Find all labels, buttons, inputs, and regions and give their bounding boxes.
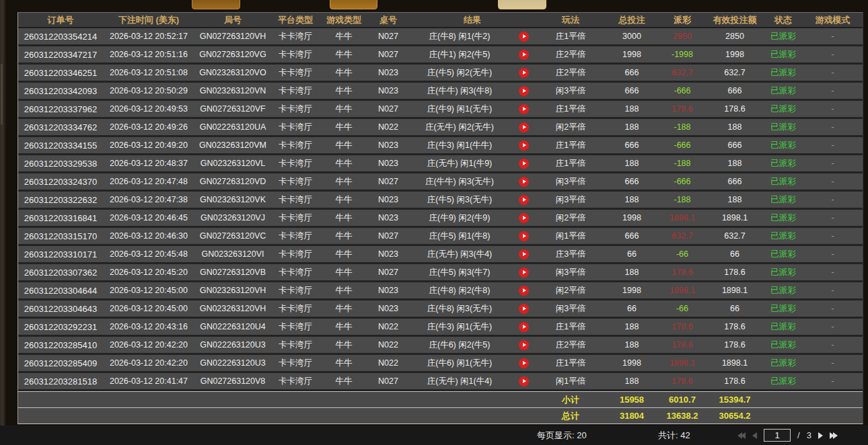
play-video-icon[interactable] [519,358,529,368]
cell: 66 [706,304,764,313]
play-video-icon[interactable] [519,159,529,169]
play-video-icon[interactable] [519,68,529,78]
cell: 已派彩 [764,285,803,296]
cell: - [803,140,863,150]
cell: N023 [368,159,408,168]
cell: N023 [368,249,408,259]
play-video-icon[interactable] [519,195,529,205]
column-header: 游戏类型 [320,14,368,26]
cell: 牛牛 [320,249,368,260]
cell: 632.7 [706,231,764,241]
play-video-icon[interactable] [519,140,529,151]
cell: GN027263120VB [194,268,271,277]
cell: 666 [605,231,659,241]
next-page-icon[interactable] [818,432,823,439]
cell: 2026-03-12 20:49:26 [103,122,194,132]
cell: 1998 [605,50,659,59]
cell: 牛牛 [320,194,368,206]
play-video-icon[interactable] [519,376,529,387]
top-tab-partial-3[interactable] [498,0,546,9]
cell: 2850 [659,32,706,41]
cell: 牛牛 [320,339,368,351]
play-video-icon[interactable] [519,32,529,42]
play-video-icon[interactable] [519,122,529,132]
cell: 庄3平倍 [536,249,605,260]
cell: 178.6 [659,104,706,114]
play-video-icon[interactable] [519,286,529,296]
cell: N022 [368,122,408,132]
cell: 牛牛 [320,176,368,188]
cell: 188 [605,195,659,204]
table-row: 2603122033542142026-03-12 20:52:17GN0272… [18,28,863,44]
play-video-icon[interactable] [519,340,529,350]
table-row: 2603122033420932026-03-12 20:50:29GN0232… [18,83,863,99]
cell: 庄(牛牛) 闲3(牛8) [408,85,511,97]
cell: 632.7 [659,68,706,77]
cell: 188 [605,268,659,277]
first-page-icon[interactable] [737,432,746,439]
cell: 260312203316841 [18,213,103,223]
cell: 牛牛 [320,212,368,224]
cell: GN023263120VN [194,86,271,95]
cell: 188 [605,104,659,114]
cell: GN023263120VM [194,140,271,150]
cell: 已派彩 [764,104,803,115]
cell: 卡卡湾厅 [271,49,320,60]
cell: 牛牛 [320,285,368,296]
cell: - [803,286,863,295]
total-count-label: 共计: 42 [658,430,690,442]
play-video-icon[interactable] [519,249,529,259]
cell: 2026-03-12 20:45:00 [103,304,194,313]
cell: 2026-03-12 20:51:16 [103,50,194,59]
play-video-icon[interactable] [519,177,529,187]
cell: GN022263120U4 [194,322,271,331]
play-video-icon[interactable] [519,213,529,223]
cell: 已派彩 [764,339,803,351]
last-page-icon[interactable] [830,432,838,439]
cell: 庄2平倍 [536,339,605,351]
cell: - [803,340,863,350]
play-video-icon[interactable] [519,268,529,278]
cell: 188 [605,122,659,132]
cell: 260312203334762 [18,122,103,132]
cell: 2026-03-12 20:45:48 [103,249,194,259]
top-tab-partial-1[interactable] [192,0,240,9]
cell: N023 [368,86,408,95]
cell: - [803,268,863,277]
cell: 2026-03-12 20:49:20 [103,140,194,150]
cell: 1898.1 [659,213,706,222]
cell: GN027263120VF [194,104,271,114]
cell: 闲3平倍 [536,267,605,278]
cell: 已派彩 [764,267,803,278]
cell: N023 [368,213,408,222]
cell: 260312203285409 [18,358,103,368]
cell: 牛牛 [320,231,368,242]
prev-page-icon[interactable] [752,432,757,439]
play-video-icon[interactable] [519,50,529,60]
cell: 已派彩 [764,67,803,79]
cell: 188 [605,376,659,386]
cell: 2026-03-12 20:42:20 [103,340,194,350]
cell: N027 [368,231,408,241]
table-row: 2603122033226322026-03-12 20:47:38GN0232… [18,192,863,208]
cell: 闲1平倍 [536,231,605,242]
cell: 卡卡湾厅 [271,67,320,79]
cell: N023 [368,68,408,77]
page-number-input[interactable] [764,429,791,442]
cell: 已派彩 [764,376,803,387]
cell: 庄(牛3) 闲1(无牛) [408,321,511,333]
cell: 牛牛 [320,303,368,315]
cell: 260312203285410 [18,340,103,350]
play-video-icon[interactable] [519,104,529,114]
cell: N022 [368,358,408,368]
top-tab-partial-2[interactable] [330,0,377,9]
cell: N027 [368,268,408,277]
cell: N027 [368,376,408,386]
play-video-icon[interactable] [519,86,529,96]
play-video-icon[interactable] [519,304,529,314]
play-video-icon[interactable] [519,231,529,241]
cell: - [803,376,863,386]
play-video-icon[interactable] [519,322,529,332]
cell: 2026-03-12 20:47:38 [103,195,194,204]
cell: 666 [605,86,659,95]
